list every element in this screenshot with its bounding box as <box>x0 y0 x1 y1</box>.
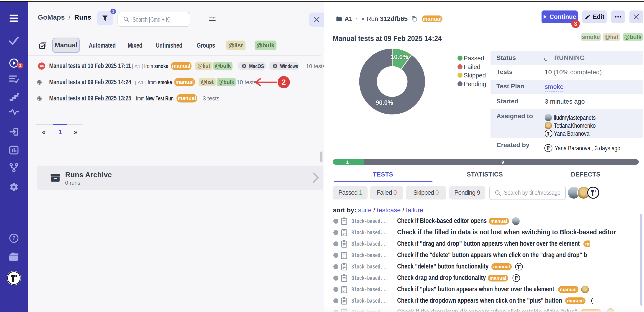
svg-text:?: ? <box>12 235 16 241</box>
